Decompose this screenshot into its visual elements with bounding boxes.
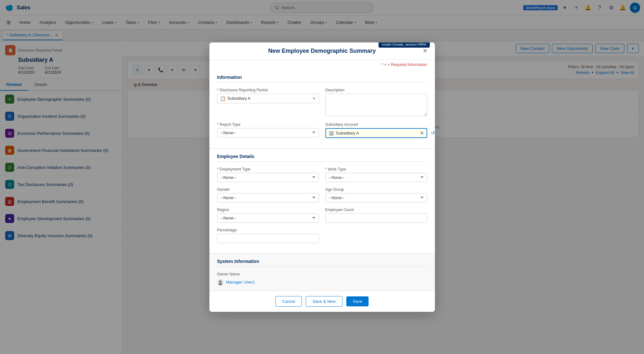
save-button[interactable]: Save (346, 296, 369, 306)
save-new-button[interactable]: Save & New (306, 296, 342, 307)
region-col: Region --None-- (217, 208, 319, 223)
modal-title: New Employee Demographic Summary (268, 48, 376, 54)
report-type-col: * Report Type --None-- (217, 122, 319, 138)
information-section-title: Information (217, 75, 427, 83)
employee-details-title: Employee Details (217, 154, 427, 162)
work-type-label: * Work Type (325, 167, 427, 172)
form-row-region: Region --None-- Employee Count (217, 208, 427, 223)
subsidiary-account-col: Subsidiary Account 🏢 Subsidiary A ✕ ↺ (325, 122, 427, 138)
modal-close-button[interactable]: ✕ (421, 46, 430, 55)
employment-type-label: * Employment Type (217, 167, 319, 172)
gender-select[interactable]: --None-- (217, 193, 319, 202)
age-group-col: Age Group --None-- (325, 187, 427, 202)
work-type-select[interactable]: --None-- (325, 173, 427, 182)
form-row-employment: * Employment Type --None-- * Work Type -… (217, 167, 427, 182)
owner-name-value: Manager User1 (226, 280, 255, 284)
disclosure-period-icon: 📋 (220, 96, 226, 101)
subsidiary-account-wrapper: 🏢 Subsidiary A ✕ ↺ (325, 128, 427, 138)
form-row-gender: Gender --None-- Age Group --None-- (217, 187, 427, 202)
svg-point-7 (219, 280, 222, 283)
system-information-title: System Information (217, 259, 427, 267)
percentage-spacer (325, 228, 427, 243)
employment-type-col: * Employment Type --None-- (217, 167, 319, 182)
percentage-label: Percentage (217, 228, 319, 232)
form-row-1: * Disclosure Reporting Period 📋 Subsidia… (217, 88, 427, 117)
employee-count-col: Employee Count (325, 208, 427, 223)
owner-row: Manager User1 (217, 279, 427, 285)
employee-count-input[interactable] (325, 213, 427, 223)
disclosure-period-col: * Disclosure Reporting Period 📋 Subsidia… (217, 88, 319, 117)
subsidiary-account-label: Subsidiary Account (325, 122, 427, 127)
information-section: Information * Disclosure Reporting Perio… (209, 70, 435, 148)
work-type-col: * Work Type --None-- (325, 167, 427, 182)
owner-avatar-icon (217, 279, 224, 285)
modal: mode=Create, version=RRH New Employee De… (209, 42, 435, 312)
modal-footer: Cancel Save & New Save (209, 291, 435, 312)
required-note: * = = Required Information (209, 60, 435, 70)
region-select[interactable]: --None-- (217, 213, 319, 223)
subsidiary-account-field[interactable]: 🏢 Subsidiary A ✕ (325, 128, 427, 138)
region-label: Region (217, 208, 319, 212)
disclosure-period-value: Subsidiary A (227, 96, 310, 101)
percentage-col: Percentage (217, 228, 319, 243)
form-row-percentage: Percentage (217, 228, 427, 243)
description-input[interactable] (325, 94, 427, 116)
cancel-button[interactable]: Cancel (275, 296, 302, 307)
age-group-select[interactable]: --None-- (325, 193, 427, 202)
lookup-refresh-btn[interactable]: ↺ (431, 130, 435, 135)
report-type-select[interactable]: --None-- (217, 128, 319, 137)
system-information-section: System Information Owner Name Manager Us… (209, 253, 435, 291)
gender-label: Gender (217, 187, 319, 192)
employee-count-label: Employee Count (325, 208, 427, 212)
age-group-label: Age Group (325, 187, 427, 192)
employee-details-section: Employee Details * Employment Type --Non… (209, 148, 435, 253)
disclosure-period-field[interactable]: 📋 Subsidiary A ✕ (217, 94, 319, 103)
gender-col: Gender --None-- (217, 187, 319, 202)
description-label: Description (325, 88, 427, 92)
svg-point-8 (218, 283, 222, 285)
modal-header: New Employee Demographic Summary ✕ (209, 42, 435, 60)
report-type-label: * Report Type (217, 122, 319, 127)
subsidiary-account-value: Subsidiary A (336, 131, 418, 135)
description-col: Description (325, 88, 427, 117)
employment-type-select[interactable]: --None-- (217, 173, 319, 182)
percentage-input[interactable] (217, 234, 319, 243)
modal-overlay[interactable]: mode=Create, version=RRH New Employee De… (0, 0, 644, 354)
disclosure-period-label: * Disclosure Reporting Period (217, 88, 319, 92)
subsidiary-account-icon: 🏢 (329, 130, 334, 135)
form-row-2: * Report Type --None-- Subsidiary Accoun… (217, 122, 427, 138)
subsidiary-account-clear-btn[interactable]: ✕ (420, 130, 424, 136)
disclosure-period-clear-btn[interactable]: ✕ (312, 96, 316, 101)
owner-name-label: Owner Name (217, 272, 427, 276)
